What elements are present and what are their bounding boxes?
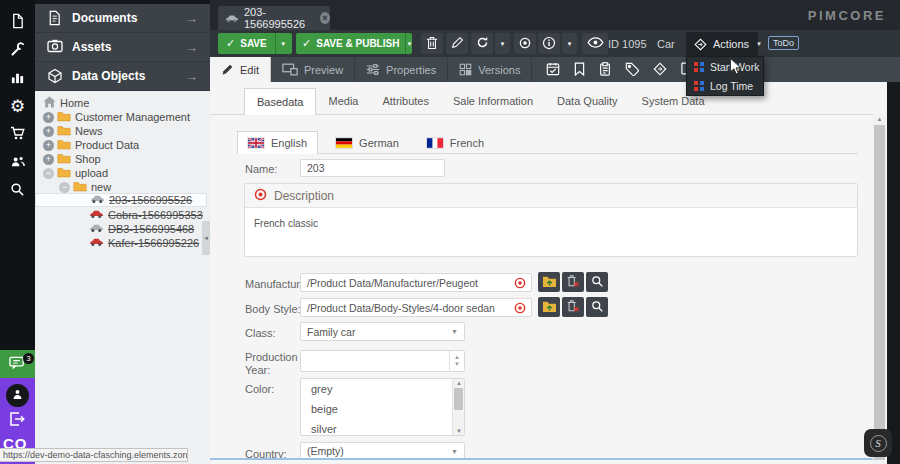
search-nav-button[interactable] bbox=[0, 176, 35, 204]
tab-basedata[interactable]: Basedata bbox=[244, 88, 316, 115]
tree-item-new[interactable]: − new bbox=[35, 180, 207, 194]
right-edge-panel bbox=[887, 82, 900, 464]
workflow-button[interactable] bbox=[653, 62, 667, 78]
description-editor[interactable]: French classic bbox=[245, 208, 857, 239]
panel-data-objects[interactable]: Data Objects → bbox=[35, 62, 210, 91]
body-style-input[interactable]: /Product Data/Body-Styles/4-door sedan bbox=[300, 298, 532, 317]
manufacturer-remove-button[interactable] bbox=[562, 272, 584, 292]
scrollbar-thumb[interactable] bbox=[454, 388, 463, 410]
color-option-beige[interactable]: beige bbox=[301, 399, 464, 419]
tree-item-kafer[interactable]: Kafer-1566995226 bbox=[35, 236, 207, 250]
preview-eye-button[interactable] bbox=[582, 33, 608, 54]
tab-attributes[interactable]: Attributes bbox=[370, 88, 440, 114]
rename-button[interactable] bbox=[446, 33, 468, 54]
tag-button[interactable] bbox=[625, 62, 639, 78]
tree-item-product-data[interactable]: + Product Data bbox=[35, 138, 207, 152]
open-object-tab[interactable]: 203-1566995526 × bbox=[218, 6, 330, 30]
expand-icon[interactable]: + bbox=[43, 112, 54, 123]
tab-data-quality[interactable]: Data Quality bbox=[545, 88, 630, 114]
notes-button[interactable] bbox=[599, 62, 611, 78]
reload-dropdown-caret[interactable]: ▼ bbox=[495, 33, 510, 54]
user-avatar-button[interactable] bbox=[6, 384, 29, 407]
color-option-silver[interactable]: silver bbox=[301, 419, 464, 436]
ecommerce-nav-button[interactable] bbox=[0, 120, 35, 148]
info-dropdown-caret[interactable]: ▼ bbox=[562, 33, 577, 54]
menu-item-log-time[interactable]: Log Time bbox=[687, 76, 763, 95]
schedule-button[interactable] bbox=[546, 62, 560, 78]
body-style-search-button[interactable] bbox=[586, 297, 608, 317]
scrollbar-thumb[interactable] bbox=[874, 125, 885, 460]
tab-properties[interactable]: Properties bbox=[355, 57, 448, 82]
collapse-icon[interactable]: − bbox=[59, 182, 70, 193]
reload-button[interactable] bbox=[471, 33, 493, 54]
tools-nav-button[interactable] bbox=[0, 36, 35, 64]
manufacturer-search-button[interactable] bbox=[586, 272, 608, 292]
tab-lang-french[interactable]: French bbox=[417, 131, 494, 154]
manufacturer-open-button[interactable] bbox=[538, 272, 560, 292]
tree-item-203[interactable]: 203-1566995526 bbox=[35, 193, 207, 207]
description-fieldset: Description French classic bbox=[244, 183, 858, 257]
tab-media[interactable]: Media bbox=[316, 88, 370, 114]
save-publish-dropdown-caret[interactable]: ▼ bbox=[405, 33, 412, 54]
sidebar-collapse-handle[interactable]: ◂ bbox=[202, 221, 210, 255]
tree-item-cobra[interactable]: Cobra-1566995353 bbox=[35, 208, 207, 222]
chevron-up-icon[interactable]: ▲ bbox=[453, 380, 465, 386]
arrow-right-icon[interactable]: → bbox=[185, 40, 198, 55]
reports-nav-button[interactable] bbox=[0, 64, 35, 92]
tree-item-home[interactable]: Home bbox=[35, 96, 207, 110]
color-listbox[interactable]: grey beige silver ▲ ▼ bbox=[300, 378, 465, 436]
german-flag-icon bbox=[336, 138, 352, 148]
name-input[interactable]: 203 bbox=[300, 159, 445, 177]
save-button[interactable]: ✓SAVE ▼ bbox=[218, 33, 292, 54]
chevron-down-icon[interactable]: ▼ bbox=[453, 428, 465, 434]
save-publish-button[interactable]: ✓SAVE & PUBLISH ▼ bbox=[296, 33, 412, 54]
tab-sale-information[interactable]: Sale Information bbox=[441, 88, 545, 114]
users-nav-button[interactable] bbox=[0, 148, 35, 176]
workflow-dots-icon bbox=[694, 81, 704, 91]
color-listbox-scrollbar[interactable]: ▲ ▼ bbox=[452, 379, 464, 435]
close-icon[interactable]: × bbox=[320, 12, 330, 24]
spinner-arrows[interactable]: ▲▼ bbox=[449, 351, 464, 371]
tab-lang-english[interactable]: English bbox=[237, 131, 318, 154]
actions-button[interactable]: Actions ▼ bbox=[686, 32, 758, 56]
content-scrollbar[interactable]: ▲ bbox=[873, 115, 886, 464]
locate-in-tree-button[interactable] bbox=[514, 33, 536, 54]
color-option-grey[interactable]: grey bbox=[301, 379, 464, 399]
tree-label: Product Data bbox=[75, 139, 139, 151]
arrow-right-icon[interactable]: → bbox=[185, 69, 198, 84]
chevron-up-icon[interactable]: ▲ bbox=[873, 116, 886, 122]
class-select[interactable]: Family car ▼ bbox=[300, 322, 465, 341]
class-field-label: Class: bbox=[245, 327, 276, 339]
tree-item-customer-management[interactable]: + Customer Management bbox=[35, 110, 207, 124]
menu-item-start-work[interactable]: Start Work bbox=[687, 57, 763, 76]
notification-count-badge: 3 bbox=[23, 353, 34, 364]
tree-item-shop[interactable]: + Shop bbox=[35, 152, 207, 166]
manufacturer-input[interactable]: /Product Data/Manufacturer/Peugeot bbox=[300, 273, 532, 292]
documents-nav-button[interactable] bbox=[0, 8, 35, 36]
body-style-open-button[interactable] bbox=[538, 297, 560, 317]
expand-icon[interactable]: + bbox=[43, 140, 54, 151]
panel-documents[interactable]: Documents → bbox=[35, 4, 210, 33]
tree-item-db3[interactable]: DB3-1566995468 bbox=[35, 222, 207, 236]
logout-button[interactable] bbox=[9, 412, 25, 428]
settings-nav-button[interactable]: ⚙ bbox=[0, 92, 35, 120]
body-style-remove-button[interactable] bbox=[562, 297, 584, 317]
save-dropdown-caret[interactable]: ▼ bbox=[275, 33, 291, 54]
browser-extension-badge[interactable]: S bbox=[864, 429, 892, 457]
panel-assets[interactable]: Assets → bbox=[35, 33, 210, 62]
tab-edit[interactable]: Edit bbox=[210, 57, 271, 82]
expand-icon[interactable]: + bbox=[43, 126, 54, 137]
collapse-icon[interactable]: − bbox=[43, 168, 54, 179]
tab-versions[interactable]: Versions bbox=[448, 57, 532, 82]
delete-button[interactable] bbox=[421, 33, 443, 54]
expand-icon[interactable]: + bbox=[43, 154, 54, 165]
arrow-right-icon[interactable]: → bbox=[185, 11, 198, 26]
production-year-spinner[interactable]: ▲▼ bbox=[300, 350, 465, 372]
bookmark-button[interactable] bbox=[574, 62, 585, 78]
tab-preview[interactable]: Preview bbox=[271, 57, 355, 82]
info-button[interactable] bbox=[538, 33, 560, 54]
tab-lang-german[interactable]: German bbox=[326, 131, 409, 154]
notifications-button[interactable]: 3 bbox=[0, 350, 35, 378]
tree-item-news[interactable]: + News bbox=[35, 124, 207, 138]
tree-item-upload[interactable]: − upload bbox=[35, 166, 207, 180]
